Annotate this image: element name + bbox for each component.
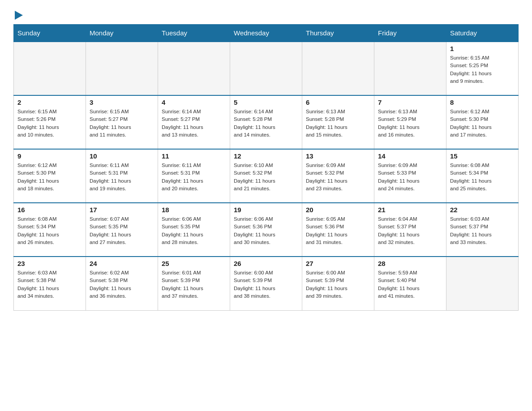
day-number: 17 xyxy=(90,206,154,214)
calendar-day-23: 23Sunrise: 6:03 AM Sunset: 5:38 PM Dayli… xyxy=(14,257,86,310)
day-number: 24 xyxy=(90,260,154,267)
day-info: Sunrise: 6:13 AM Sunset: 5:28 PM Dayligh… xyxy=(306,108,370,139)
day-number: 6 xyxy=(306,98,370,106)
day-number: 23 xyxy=(17,260,82,267)
day-number: 22 xyxy=(450,206,515,214)
calendar-week-row: 9Sunrise: 6:12 AM Sunset: 5:30 PM Daylig… xyxy=(14,149,519,203)
day-info: Sunrise: 6:13 AM Sunset: 5:29 PM Dayligh… xyxy=(378,108,442,139)
weekday-header-tuesday: Tuesday xyxy=(158,25,230,42)
day-number: 27 xyxy=(306,260,370,267)
day-number: 21 xyxy=(378,206,442,214)
calendar-day-26: 26Sunrise: 6:00 AM Sunset: 5:39 PM Dayli… xyxy=(230,257,302,310)
day-number: 11 xyxy=(162,152,226,160)
calendar-table: SundayMondayTuesdayWednesdayThursdayFrid… xyxy=(13,24,519,311)
calendar-day-10: 10Sunrise: 6:11 AM Sunset: 5:31 PM Dayli… xyxy=(86,149,158,203)
day-number: 20 xyxy=(306,206,370,214)
day-info: Sunrise: 6:06 AM Sunset: 5:36 PM Dayligh… xyxy=(234,215,298,246)
day-info: Sunrise: 6:08 AM Sunset: 5:34 PM Dayligh… xyxy=(17,215,82,246)
day-info: Sunrise: 6:05 AM Sunset: 5:36 PM Dayligh… xyxy=(306,215,370,246)
day-number: 19 xyxy=(234,206,298,214)
calendar-day-empty xyxy=(302,42,374,95)
weekday-header-monday: Monday xyxy=(86,25,158,42)
day-number: 26 xyxy=(234,260,298,267)
day-info: Sunrise: 6:15 AM Sunset: 5:25 PM Dayligh… xyxy=(450,54,515,85)
day-number: 3 xyxy=(90,98,154,106)
calendar-day-19: 19Sunrise: 6:06 AM Sunset: 5:36 PM Dayli… xyxy=(230,203,302,257)
calendar-day-3: 3Sunrise: 6:15 AM Sunset: 5:27 PM Daylig… xyxy=(86,95,158,149)
day-info: Sunrise: 6:04 AM Sunset: 5:37 PM Dayligh… xyxy=(378,215,442,246)
day-info: Sunrise: 6:03 AM Sunset: 5:37 PM Dayligh… xyxy=(450,215,515,246)
day-number: 4 xyxy=(162,98,226,106)
calendar-day-empty xyxy=(446,257,519,310)
day-info: Sunrise: 6:15 AM Sunset: 5:26 PM Dayligh… xyxy=(17,108,82,139)
calendar-day-25: 25Sunrise: 6:01 AM Sunset: 5:39 PM Dayli… xyxy=(158,257,230,310)
day-info: Sunrise: 5:59 AM Sunset: 5:40 PM Dayligh… xyxy=(378,269,442,300)
calendar-day-9: 9Sunrise: 6:12 AM Sunset: 5:30 PM Daylig… xyxy=(14,149,86,203)
logo xyxy=(13,9,23,20)
day-info: Sunrise: 6:08 AM Sunset: 5:34 PM Dayligh… xyxy=(450,162,515,193)
day-info: Sunrise: 6:10 AM Sunset: 5:32 PM Dayligh… xyxy=(234,162,298,193)
calendar-day-2: 2Sunrise: 6:15 AM Sunset: 5:26 PM Daylig… xyxy=(14,95,86,149)
weekday-header-thursday: Thursday xyxy=(302,25,374,42)
weekday-header-row: SundayMondayTuesdayWednesdayThursdayFrid… xyxy=(14,25,519,42)
day-info: Sunrise: 6:11 AM Sunset: 5:31 PM Dayligh… xyxy=(90,162,154,193)
calendar-day-20: 20Sunrise: 6:05 AM Sunset: 5:36 PM Dayli… xyxy=(302,203,374,257)
weekday-header-saturday: Saturday xyxy=(446,25,519,42)
day-info: Sunrise: 6:14 AM Sunset: 5:27 PM Dayligh… xyxy=(162,108,226,139)
day-info: Sunrise: 6:00 AM Sunset: 5:39 PM Dayligh… xyxy=(234,269,298,300)
day-number: 25 xyxy=(162,260,226,267)
calendar-day-21: 21Sunrise: 6:04 AM Sunset: 5:37 PM Dayli… xyxy=(374,203,446,257)
day-info: Sunrise: 6:09 AM Sunset: 5:32 PM Dayligh… xyxy=(306,162,370,193)
day-number: 9 xyxy=(17,152,82,160)
weekday-header-friday: Friday xyxy=(374,25,446,42)
logo-triangle-icon xyxy=(15,11,23,20)
day-number: 1 xyxy=(450,45,515,52)
day-info: Sunrise: 6:12 AM Sunset: 5:30 PM Dayligh… xyxy=(17,162,82,193)
calendar-day-empty xyxy=(374,42,446,95)
day-number: 28 xyxy=(378,260,442,267)
calendar-day-empty xyxy=(230,42,302,95)
day-number: 14 xyxy=(378,152,442,160)
calendar-day-14: 14Sunrise: 6:09 AM Sunset: 5:33 PM Dayli… xyxy=(374,149,446,203)
calendar-week-row: 1Sunrise: 6:15 AM Sunset: 5:25 PM Daylig… xyxy=(14,42,519,95)
day-info: Sunrise: 6:07 AM Sunset: 5:35 PM Dayligh… xyxy=(90,215,154,246)
day-info: Sunrise: 6:14 AM Sunset: 5:28 PM Dayligh… xyxy=(234,108,298,139)
day-number: 16 xyxy=(17,206,82,214)
calendar-day-1: 1Sunrise: 6:15 AM Sunset: 5:25 PM Daylig… xyxy=(446,42,519,95)
calendar-day-18: 18Sunrise: 6:06 AM Sunset: 5:35 PM Dayli… xyxy=(158,203,230,257)
calendar-day-15: 15Sunrise: 6:08 AM Sunset: 5:34 PM Dayli… xyxy=(446,149,519,203)
calendar-week-row: 23Sunrise: 6:03 AM Sunset: 5:38 PM Dayli… xyxy=(14,257,519,310)
calendar-day-11: 11Sunrise: 6:11 AM Sunset: 5:31 PM Dayli… xyxy=(158,149,230,203)
calendar-day-empty xyxy=(86,42,158,95)
day-info: Sunrise: 6:02 AM Sunset: 5:38 PM Dayligh… xyxy=(90,269,154,300)
day-info: Sunrise: 6:03 AM Sunset: 5:38 PM Dayligh… xyxy=(17,269,82,300)
page-header xyxy=(13,9,519,20)
day-info: Sunrise: 6:06 AM Sunset: 5:35 PM Dayligh… xyxy=(162,215,226,246)
calendar-week-row: 16Sunrise: 6:08 AM Sunset: 5:34 PM Dayli… xyxy=(14,203,519,257)
day-info: Sunrise: 6:01 AM Sunset: 5:39 PM Dayligh… xyxy=(162,269,226,300)
calendar-day-4: 4Sunrise: 6:14 AM Sunset: 5:27 PM Daylig… xyxy=(158,95,230,149)
day-info: Sunrise: 6:11 AM Sunset: 5:31 PM Dayligh… xyxy=(162,162,226,193)
calendar-day-7: 7Sunrise: 6:13 AM Sunset: 5:29 PM Daylig… xyxy=(374,95,446,149)
day-info: Sunrise: 6:15 AM Sunset: 5:27 PM Dayligh… xyxy=(90,108,154,139)
calendar-day-24: 24Sunrise: 6:02 AM Sunset: 5:38 PM Dayli… xyxy=(86,257,158,310)
calendar-day-6: 6Sunrise: 6:13 AM Sunset: 5:28 PM Daylig… xyxy=(302,95,374,149)
day-info: Sunrise: 6:09 AM Sunset: 5:33 PM Dayligh… xyxy=(378,162,442,193)
calendar-week-row: 2Sunrise: 6:15 AM Sunset: 5:26 PM Daylig… xyxy=(14,95,519,149)
day-info: Sunrise: 6:00 AM Sunset: 5:39 PM Dayligh… xyxy=(306,269,370,300)
calendar-day-13: 13Sunrise: 6:09 AM Sunset: 5:32 PM Dayli… xyxy=(302,149,374,203)
calendar-day-28: 28Sunrise: 5:59 AM Sunset: 5:40 PM Dayli… xyxy=(374,257,446,310)
calendar-day-16: 16Sunrise: 6:08 AM Sunset: 5:34 PM Dayli… xyxy=(14,203,86,257)
calendar-day-empty xyxy=(14,42,86,95)
day-number: 10 xyxy=(90,152,154,160)
calendar-day-empty xyxy=(158,42,230,95)
calendar-day-5: 5Sunrise: 6:14 AM Sunset: 5:28 PM Daylig… xyxy=(230,95,302,149)
calendar-day-17: 17Sunrise: 6:07 AM Sunset: 5:35 PM Dayli… xyxy=(86,203,158,257)
day-number: 12 xyxy=(234,152,298,160)
calendar-day-22: 22Sunrise: 6:03 AM Sunset: 5:37 PM Dayli… xyxy=(446,203,519,257)
day-number: 7 xyxy=(378,98,442,106)
day-number: 5 xyxy=(234,98,298,106)
weekday-header-sunday: Sunday xyxy=(14,25,86,42)
calendar-day-8: 8Sunrise: 6:12 AM Sunset: 5:30 PM Daylig… xyxy=(446,95,519,149)
calendar-day-12: 12Sunrise: 6:10 AM Sunset: 5:32 PM Dayli… xyxy=(230,149,302,203)
